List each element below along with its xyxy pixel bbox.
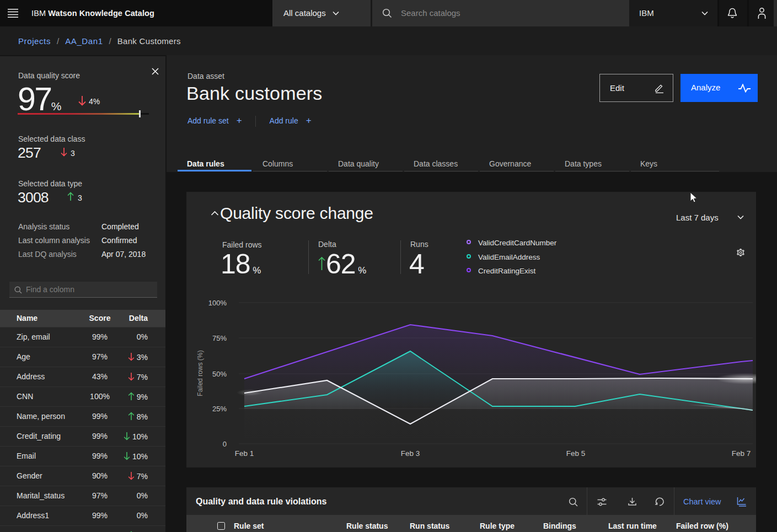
svg-text:100%: 100% <box>208 299 227 307</box>
svg-text:50%: 50% <box>212 370 227 378</box>
svg-text:0: 0 <box>223 440 227 448</box>
svg-text:Failed rows (%): Failed rows (%) <box>196 350 204 396</box>
svg-text:Feb 5: Feb 5 <box>566 449 586 458</box>
svg-text:Feb 7: Feb 7 <box>732 449 751 458</box>
svg-text:25%: 25% <box>212 405 227 413</box>
svg-text:75%: 75% <box>212 334 227 342</box>
svg-text:Feb 1: Feb 1 <box>235 449 254 458</box>
svg-text:Feb 3: Feb 3 <box>401 449 420 458</box>
